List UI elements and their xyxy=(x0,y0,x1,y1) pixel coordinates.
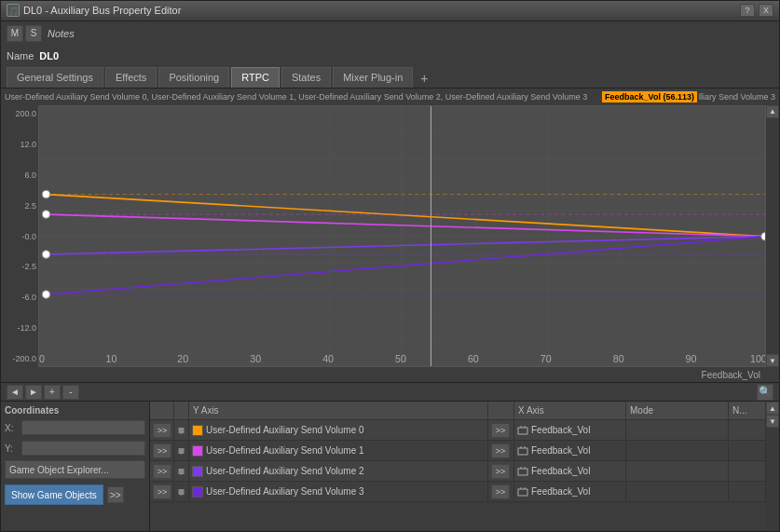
row3-expand[interactable]: >> xyxy=(153,484,171,499)
title-bar-left: 🎵 DL0 - Auxiliary Bus Property Editor xyxy=(7,4,181,17)
svg-text:40: 40 xyxy=(322,353,334,364)
scroll-track xyxy=(766,118,779,354)
chart-svg: 0 10 20 30 40 50 60 70 80 90 100 xyxy=(39,106,765,366)
th-pin xyxy=(174,402,189,419)
row0-x-expand[interactable]: >> xyxy=(491,423,510,438)
add-row-button[interactable]: + xyxy=(44,385,61,400)
th-n: N... xyxy=(729,402,766,419)
svg-text:🎵: 🎵 xyxy=(8,6,19,16)
chart-plot[interactable]: 0 10 20 30 40 50 60 70 80 90 100 xyxy=(38,105,766,367)
ms-buttons: M S xyxy=(7,25,42,42)
row1-expand[interactable]: >> xyxy=(153,443,171,458)
svg-text:100: 100 xyxy=(750,353,765,364)
row1-x-expand[interactable]: >> xyxy=(491,443,510,458)
scroll-up-button[interactable]: ▲ xyxy=(766,105,779,118)
y-label-0: 200.0 xyxy=(3,109,36,118)
svg-point-29 xyxy=(42,190,50,198)
row3-color xyxy=(192,486,203,498)
table-scroll-down[interactable]: ▼ xyxy=(766,415,779,428)
row3-x-axis: Feedback_Vol xyxy=(514,482,626,501)
notes-label: Notes xyxy=(48,28,75,39)
row0-pin[interactable] xyxy=(174,420,189,440)
tab-states[interactable]: States xyxy=(281,67,331,88)
svg-rect-62 xyxy=(181,493,183,495)
table-row[interactable]: >> User-Defined Auxiliary Send Volume 3 … xyxy=(150,482,766,502)
row3-x-expand[interactable]: >> xyxy=(491,484,510,499)
tab-rtpc[interactable]: RTPC xyxy=(231,67,280,88)
x-coord-label: X: xyxy=(5,423,18,433)
title-bar: 🎵 DL0 - Auxiliary Bus Property Editor ? … xyxy=(1,1,779,21)
row2-expand[interactable]: >> xyxy=(153,464,171,479)
scroll-down-button[interactable]: ▼ xyxy=(766,354,779,367)
show-game-arrow-button[interactable]: >> xyxy=(107,486,124,503)
table-scroll-up[interactable]: ▲ xyxy=(766,402,779,415)
app-icon: 🎵 xyxy=(7,4,20,17)
row0-x-label: Feedback_Vol xyxy=(531,425,590,435)
table-row[interactable]: >> User-Defined Auxiliary Send Volume 2 … xyxy=(150,461,766,482)
help-button[interactable]: ? xyxy=(740,4,755,17)
row0-y-axis: User-Defined Auxiliary Send Volume 0 xyxy=(189,420,488,440)
svg-rect-63 xyxy=(518,489,527,496)
row2-x-expand[interactable]: >> xyxy=(491,464,510,479)
svg-text:10: 10 xyxy=(105,353,116,364)
row1-x-arrow[interactable]: >> xyxy=(488,441,514,460)
row2-x-arrow[interactable]: >> xyxy=(488,461,514,481)
toolbar-nav-buttons: ◄ ► + - xyxy=(7,385,79,400)
row0-arrow[interactable]: >> xyxy=(150,420,174,440)
x-axis-label: Feedback_Vol xyxy=(702,370,760,380)
row1-y-label: User-Defined Auxiliary Send Volume 1 xyxy=(206,445,364,456)
row2-arrow[interactable]: >> xyxy=(150,461,174,481)
svg-text:0: 0 xyxy=(39,353,45,364)
row3-y-axis: User-Defined Auxiliary Send Volume 3 xyxy=(189,482,488,501)
row0-mode xyxy=(626,420,729,440)
svg-text:70: 70 xyxy=(541,353,552,364)
table-row[interactable]: >> User-Defined Auxiliary Send Volume 0 … xyxy=(150,420,766,441)
remove-row-button[interactable]: - xyxy=(62,385,79,400)
row3-pin[interactable] xyxy=(174,482,189,501)
row0-y-label: User-Defined Auxiliary Send Volume 0 xyxy=(206,425,364,435)
table-row[interactable]: >> User-Defined Auxiliary Send Volume 1 … xyxy=(150,441,766,461)
row0-expand[interactable]: >> xyxy=(153,423,171,438)
y-label-8: -200.0 xyxy=(3,354,36,363)
row0-x-axis: Feedback_Vol xyxy=(514,420,626,440)
close-button[interactable]: X xyxy=(759,4,773,17)
row3-arrow[interactable]: >> xyxy=(150,482,174,501)
nav-right-button[interactable]: ► xyxy=(25,385,42,400)
show-game-row: Show Game Objects >> xyxy=(5,484,145,505)
row0-n xyxy=(729,420,766,440)
row2-color xyxy=(192,466,203,477)
row1-color xyxy=(192,445,203,457)
name-label: Name xyxy=(7,50,34,61)
chart-header-suffix: lliary Send Volume 3 xyxy=(699,92,775,102)
row3-y-label: User-Defined Auxiliary Send Volume 3 xyxy=(206,486,364,497)
tab-effects[interactable]: Effects xyxy=(105,67,157,88)
x-coord-input[interactable] xyxy=(21,420,145,435)
m-button[interactable]: M xyxy=(7,25,23,42)
name-row: Name DL0 xyxy=(1,46,779,66)
s-button[interactable]: S xyxy=(25,25,42,42)
row2-pin[interactable] xyxy=(174,461,189,481)
row2-x-axis: Feedback_Vol xyxy=(514,461,626,481)
th-x-axis: X Axis xyxy=(514,402,626,419)
x-coord-row: X: xyxy=(5,419,145,436)
row1-arrow[interactable]: >> xyxy=(150,441,174,460)
svg-point-31 xyxy=(42,251,50,259)
svg-point-33 xyxy=(761,232,765,240)
row0-x-arrow[interactable]: >> xyxy=(488,420,514,440)
tab-general-settings[interactable]: General Settings xyxy=(7,67,103,88)
tab-positioning[interactable]: Positioning xyxy=(158,67,229,88)
row0-color xyxy=(192,425,203,436)
search-button[interactable]: 🔍 xyxy=(757,384,773,401)
show-game-objects-button[interactable]: Show Game Objects xyxy=(5,484,103,505)
row1-pin[interactable] xyxy=(174,441,189,460)
y-coord-input[interactable] xyxy=(21,441,145,456)
row3-x-arrow[interactable]: >> xyxy=(488,482,514,501)
tab-add[interactable]: + xyxy=(415,69,433,88)
tab-mixer-plugin[interactable]: Mixer Plug-in xyxy=(333,67,413,88)
data-table: Y Axis X Axis Mode N... xyxy=(150,402,766,531)
svg-line-21 xyxy=(46,194,765,236)
nav-left-button[interactable]: ◄ xyxy=(7,385,23,400)
y-axis: 200.0 12.0 6.0 2.5 -0.0 -2.5 -6.0 -12.0 … xyxy=(1,105,38,367)
row1-x-axis: Feedback_Vol xyxy=(514,441,626,460)
game-object-explorer-button[interactable]: Game Object Explorer... xyxy=(5,460,145,479)
